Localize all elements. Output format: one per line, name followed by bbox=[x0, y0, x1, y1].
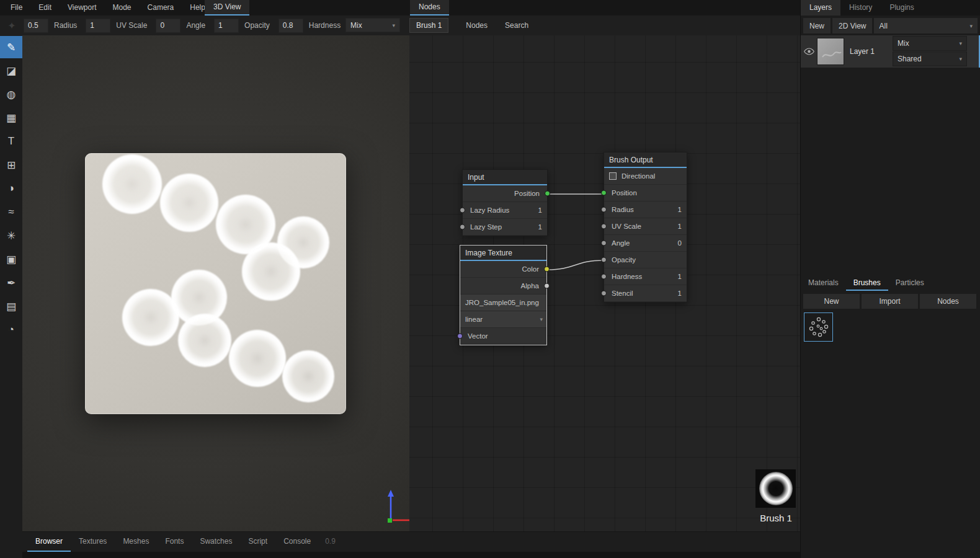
image-file-field[interactable]: JRO_Sample05_in.png bbox=[460, 294, 546, 311]
node-row-alpha-out[interactable]: Alpha bbox=[460, 278, 546, 294]
brush-nodes-button[interactable]: Nodes bbox=[920, 294, 976, 309]
socket-opacity-input[interactable] bbox=[601, 257, 607, 263]
status-tab-meshes[interactable]: Meshes bbox=[115, 532, 157, 552]
node-input-header[interactable]: Input bbox=[463, 170, 547, 185]
row-value[interactable]: 1 bbox=[678, 223, 687, 230]
tool-material[interactable]: ◔ bbox=[0, 319, 22, 341]
search-button[interactable]: Search bbox=[496, 16, 537, 35]
row-value[interactable]: 1 bbox=[538, 223, 547, 231]
row-value[interactable]: 1 bbox=[538, 206, 547, 214]
opacity-input[interactable]: 1 bbox=[214, 19, 239, 33]
brush-asset-thumbnail[interactable] bbox=[804, 312, 833, 342]
tool-eraser[interactable]: ◪ bbox=[0, 60, 22, 82]
angle-input[interactable]: 0 bbox=[156, 19, 180, 33]
node-editor[interactable]: Input Position Lazy Radius 1 Lazy Step 1… bbox=[409, 35, 800, 531]
tool-brush[interactable]: ✎ bbox=[0, 36, 22, 58]
socket-vector-input[interactable] bbox=[457, 334, 463, 339]
tool-fill[interactable]: ◍ bbox=[0, 83, 22, 105]
tool-blur[interactable]: ◑ bbox=[0, 177, 22, 200]
node-row-color-out[interactable]: Color bbox=[460, 261, 546, 277]
row-value[interactable]: 1 bbox=[678, 206, 687, 213]
menu-item-viewport[interactable]: Viewport bbox=[60, 0, 104, 16]
import-brush-button[interactable]: Import bbox=[862, 294, 918, 309]
node-row-hardness[interactable]: Hardness 1 bbox=[604, 268, 687, 285]
node-row-position-out[interactable]: Position bbox=[463, 185, 547, 202]
tool-colorid[interactable]: ▣ bbox=[0, 248, 22, 270]
socket-angle-input[interactable] bbox=[601, 241, 607, 246]
layer-name[interactable]: Layer 1 bbox=[850, 47, 893, 56]
menu-item-camera[interactable]: Camera bbox=[140, 0, 182, 16]
socket-lazy-step-input[interactable] bbox=[460, 224, 465, 230]
node-image-texture[interactable]: Image Texture Color Alpha JRO_Sample05_i… bbox=[460, 245, 547, 345]
socket-alpha-output[interactable] bbox=[544, 283, 550, 289]
status-tab-textures[interactable]: Textures bbox=[71, 532, 115, 552]
row-value[interactable]: 1 bbox=[678, 273, 687, 280]
node-row-directional[interactable]: Directional bbox=[604, 168, 687, 184]
tab-brushes[interactable]: Brushes bbox=[846, 276, 888, 291]
status-tab-fonts[interactable]: Fonts bbox=[157, 532, 192, 552]
new-brush-button[interactable]: New bbox=[803, 294, 860, 309]
status-tab-console[interactable]: Console bbox=[275, 532, 319, 552]
directional-checkbox[interactable] bbox=[609, 172, 617, 180]
row-value[interactable]: 1 bbox=[678, 290, 687, 297]
hardness-input[interactable]: 0.8 bbox=[278, 19, 303, 33]
radius-input[interactable]: 0.5 bbox=[24, 19, 48, 33]
tab-nodes[interactable]: Nodes bbox=[410, 0, 449, 16]
node-row-opacity[interactable]: Opacity bbox=[604, 252, 687, 268]
layer-blend-select[interactable]: Mix ▾ bbox=[893, 36, 967, 51]
node-row-radius[interactable]: Radius 1 bbox=[604, 202, 687, 218]
nodes-menu-button[interactable]: Nodes bbox=[457, 16, 496, 35]
node-row-lazy-step[interactable]: Lazy Step 1 bbox=[463, 219, 547, 235]
interpolation-select[interactable]: linear ▾ bbox=[460, 311, 546, 327]
node-row-vector-in[interactable]: Vector bbox=[460, 328, 546, 344]
active-brush-tab[interactable]: Brush 1 bbox=[409, 18, 448, 33]
menu-item-file[interactable]: File bbox=[2, 0, 30, 16]
node-row-angle[interactable]: Angle 0 bbox=[604, 235, 687, 251]
node-row-position-in[interactable]: Position bbox=[604, 185, 687, 201]
layer-object-select[interactable]: Shared ▾ bbox=[893, 51, 967, 66]
status-tab-swatches[interactable]: Swatches bbox=[192, 532, 240, 552]
status-tab-script[interactable]: Script bbox=[240, 532, 275, 552]
node-brush-output[interactable]: Brush Output Directional Position Radius… bbox=[604, 152, 687, 303]
tool-decal[interactable]: ▦ bbox=[0, 107, 22, 129]
tab-3d-view[interactable]: 3D View bbox=[205, 0, 249, 16]
uv-scale-input[interactable]: 1 bbox=[86, 19, 110, 33]
tool-bake[interactable]: ▤ bbox=[0, 295, 22, 317]
node-input[interactable]: Input Position Lazy Radius 1 Lazy Step 1 bbox=[462, 169, 548, 236]
tool-smudge[interactable]: ≈ bbox=[0, 201, 22, 223]
socket-stencil-input[interactable] bbox=[601, 291, 607, 296]
blend-mode-select[interactable]: Mix ▾ bbox=[345, 18, 400, 32]
tab-layers[interactable]: Layers bbox=[801, 0, 840, 16]
tool-particle[interactable]: ✳ bbox=[0, 224, 22, 247]
menu-item-mode[interactable]: Mode bbox=[105, 0, 140, 16]
socket-lazy-radius-input[interactable] bbox=[460, 208, 465, 213]
tab-plugins[interactable]: Plugins bbox=[881, 0, 922, 16]
node-row-uv-scale[interactable]: UV Scale 1 bbox=[604, 218, 687, 234]
status-tab-browser[interactable]: Browser bbox=[27, 532, 71, 552]
tab-particles[interactable]: Particles bbox=[888, 276, 932, 291]
socket-position-input[interactable] bbox=[601, 190, 607, 196]
layer-row[interactable]: Layer 1 Mix ▾ Shared ▾ bbox=[801, 35, 980, 68]
node-brush-output-header[interactable]: Brush Output bbox=[604, 153, 687, 168]
2d-view-button[interactable]: 2D View bbox=[832, 18, 872, 33]
socket-radius-input[interactable] bbox=[601, 207, 607, 213]
tool-picker[interactable]: ✒ bbox=[0, 272, 22, 294]
node-row-stencil[interactable]: Stencil 1 bbox=[604, 285, 687, 301]
socket-position-output[interactable] bbox=[545, 191, 550, 197]
layer-filter-select[interactable]: All ▾ bbox=[874, 18, 978, 33]
node-image-texture-header[interactable]: Image Texture bbox=[460, 246, 546, 261]
layer-thumbnail[interactable] bbox=[817, 38, 844, 65]
socket-hardness-input[interactable] bbox=[601, 274, 607, 280]
layer-visibility-toggle[interactable] bbox=[801, 48, 817, 55]
tool-text[interactable]: T bbox=[0, 130, 22, 153]
viewport-3d[interactable] bbox=[22, 35, 409, 531]
tab-materials[interactable]: Materials bbox=[801, 276, 846, 291]
node-row-lazy-radius[interactable]: Lazy Radius 1 bbox=[463, 202, 547, 218]
socket-color-output[interactable] bbox=[544, 267, 550, 272]
tool-clone[interactable]: ⊞ bbox=[0, 154, 22, 176]
socket-uv-scale-input[interactable] bbox=[601, 224, 607, 229]
row-value[interactable]: 0 bbox=[678, 239, 687, 247]
tab-history[interactable]: History bbox=[840, 0, 881, 16]
new-layer-button[interactable]: New bbox=[803, 18, 831, 33]
menu-item-edit[interactable]: Edit bbox=[30, 0, 60, 16]
